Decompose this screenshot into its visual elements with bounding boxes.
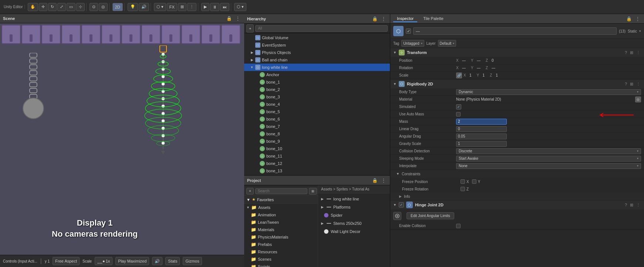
- 2d-mode-btn[interactable]: 2D: [112, 3, 123, 11]
- hier-item-bone1[interactable]: ○ bone_1: [244, 78, 390, 86]
- services-btn[interactable]: ⬡ ▾: [234, 3, 246, 11]
- proj-tree-assets[interactable]: ▼ 📁 Assets: [244, 204, 318, 211]
- edit-joint-btn[interactable]: Edit Joint Angular Limits: [407, 212, 454, 219]
- pause-btn[interactable]: ⏸: [210, 3, 219, 11]
- hinge-joint-header[interactable]: ▼ ✓ ⬡ Hinge Joint 2D ? ⊞ ⋮: [390, 200, 644, 209]
- hand-tool-btn[interactable]: ✋: [28, 3, 38, 11]
- render-mode-btn[interactable]: ⬡ ▾: [154, 3, 166, 11]
- scene-more-btn[interactable]: ⋮: [235, 16, 241, 21]
- hinge-enabled-checkbox[interactable]: ✓: [399, 202, 404, 207]
- gravity-scale-input[interactable]: [456, 141, 507, 147]
- gizmos-btn[interactable]: Gizmos: [183, 257, 202, 265]
- step-btn[interactable]: ⏭: [220, 3, 229, 11]
- hier-item-bone2[interactable]: ○ bone_2: [244, 86, 390, 93]
- move-tool-btn[interactable]: ✛: [39, 3, 47, 11]
- hierarchy-search-input[interactable]: [255, 25, 388, 32]
- freeze-pos-y-checkbox[interactable]: [472, 179, 476, 184]
- light-btn[interactable]: 💡: [128, 3, 138, 11]
- hier-item-bone6[interactable]: ○ bone_6: [244, 115, 390, 123]
- rigidbody2d-preset-btn[interactable]: ⊞: [629, 82, 634, 87]
- project-add-btn[interactable]: +: [246, 188, 254, 195]
- rotate-tool-btn[interactable]: ↻: [48, 3, 57, 11]
- hier-item-bone3[interactable]: ○ bone_3: [244, 93, 390, 101]
- freeze-rot-z-checkbox[interactable]: [461, 187, 465, 191]
- center-pivot-btn[interactable]: ⊙: [90, 3, 98, 11]
- proj-tree-prefabs[interactable]: 📁 Prefabs: [244, 241, 318, 248]
- transform-tool-btn[interactable]: ⊹: [76, 3, 85, 11]
- transform-header[interactable]: ▼ ⊹ Transform ? ⊞ ⋮: [390, 48, 644, 57]
- proj-file-platforms[interactable]: ▶ Platforms: [318, 203, 390, 211]
- angular-drag-input[interactable]: [456, 134, 507, 139]
- hier-item-bone5[interactable]: ○ bone_5: [244, 108, 390, 115]
- tag-dropdown[interactable]: Untagged ▾: [401, 40, 424, 47]
- proj-tree-scenes[interactable]: 📁 Scenes: [244, 256, 318, 263]
- proj-file-spider[interactable]: Spider: [318, 211, 390, 219]
- hier-item-eventsystem[interactable]: □ EventSystem: [244, 41, 390, 49]
- hier-item-bone8[interactable]: ○ bone_8: [244, 130, 390, 138]
- stats-btn[interactable]: Stats: [165, 257, 180, 265]
- proj-file-stems[interactable]: ▶ Stems 250x250: [318, 219, 390, 227]
- hier-item-ball[interactable]: ▶ □ Ball and chain: [244, 56, 390, 64]
- use-auto-mass-checkbox[interactable]: [456, 112, 461, 116]
- object-name-input[interactable]: [413, 27, 617, 35]
- project-lock-btn[interactable]: 🔒: [371, 178, 379, 183]
- hier-item-bone10[interactable]: ○ bone_10: [244, 145, 390, 152]
- mass-input[interactable]: [456, 119, 507, 125]
- object-enabled-checkbox[interactable]: ✓: [406, 28, 411, 34]
- hier-item-bone11[interactable]: ○ bone_11: [244, 152, 390, 160]
- grid-btn[interactable]: ⊞: [178, 3, 186, 11]
- hinge-help-btn[interactable]: ?: [624, 203, 628, 207]
- transform-preset-btn[interactable]: ⊞: [629, 50, 634, 55]
- fx-btn[interactable]: FX: [167, 3, 177, 11]
- scale-slider[interactable]: ⎯⎯● 1x: [95, 257, 112, 265]
- layer-dropdown[interactable]: Default ▾: [438, 40, 456, 47]
- more-btn[interactable]: ⋮: [187, 3, 196, 11]
- scale-tool-btn[interactable]: ⤢: [57, 3, 66, 11]
- tile-palette-tab[interactable]: Tile Palette: [419, 16, 447, 22]
- hier-item-bone7[interactable]: ○ bone_7: [244, 123, 390, 130]
- constraints-header[interactable]: ▼ Constraints: [390, 170, 644, 178]
- material-select-btn[interactable]: ◎: [635, 97, 641, 102]
- simulated-checkbox[interactable]: ✓: [456, 104, 461, 109]
- rigidbody2d-more-btn[interactable]: ⋮: [635, 82, 641, 87]
- proj-tree-resources[interactable]: 📁 Resources: [244, 248, 318, 256]
- hinge-more-btn[interactable]: ⋮: [635, 203, 641, 207]
- transform-more-btn[interactable]: ⋮: [635, 50, 641, 55]
- rect-tool-btn[interactable]: ▭: [67, 3, 75, 11]
- transform-help-btn[interactable]: ?: [624, 50, 628, 55]
- hierarchy-add-btn[interactable]: +: [246, 24, 254, 33]
- proj-file-walllight[interactable]: Wall Light Decor: [318, 227, 390, 236]
- hinge-preset-btn[interactable]: ⊞: [629, 203, 634, 207]
- hier-item-longwhiteline[interactable]: ▼ □ long white line: [244, 64, 390, 71]
- info-section[interactable]: ▶ Info: [390, 193, 644, 200]
- hierarchy-lock-btn[interactable]: 🔒: [371, 16, 379, 22]
- rigidbody2d-header[interactable]: ▼ ⬡ Rigidbody 2D ? ⊞ ⋮: [390, 80, 644, 88]
- project-more-btn[interactable]: ⋮: [380, 178, 387, 183]
- aspect-dropdown[interactable]: Free Aspect: [53, 257, 80, 265]
- hier-item-global-volume[interactable]: □ Global Volume: [244, 34, 390, 41]
- hier-item-physics[interactable]: ▶ □ Physics Objects: [244, 49, 390, 56]
- collision-detection-dropdown[interactable]: Discrete ▾: [456, 148, 641, 154]
- proj-tree-leantween[interactable]: 📁 LeanTween: [244, 219, 318, 226]
- scene-tab[interactable]: Scene: [3, 16, 15, 21]
- rigidbody2d-help-btn[interactable]: ?: [624, 82, 628, 87]
- audio-btn[interactable]: 🔊: [139, 3, 149, 11]
- play-btn[interactable]: ▶: [201, 3, 209, 11]
- proj-tree-physicsmaterials[interactable]: 📁 PhysicsMaterials: [244, 233, 318, 241]
- scale-link-btn[interactable]: 🔗: [456, 72, 462, 78]
- interpolate-dropdown[interactable]: None ▾: [456, 163, 641, 169]
- linear-drag-input[interactable]: [456, 126, 507, 132]
- scene-lock-btn[interactable]: 🔒: [225, 16, 233, 21]
- body-type-dropdown[interactable]: Dynamic ▾: [456, 89, 641, 95]
- inspector-lock-btn[interactable]: 🔒: [625, 16, 633, 22]
- proj-tree-materials[interactable]: 📁 Materials: [244, 226, 318, 233]
- proj-file-longwhiteline[interactable]: ▶ long white line: [318, 195, 390, 203]
- freeze-pos-x-checkbox[interactable]: [461, 179, 465, 184]
- sleeping-mode-dropdown[interactable]: Start Awake ▾: [456, 156, 641, 162]
- local-global-btn[interactable]: ◎: [99, 3, 108, 11]
- hier-item-anchor[interactable]: ○ Anchor: [244, 71, 390, 78]
- proj-search-filter-btn[interactable]: ⊞: [309, 188, 317, 195]
- scene-canvas[interactable]: Display 1 No cameras rendering: [0, 23, 244, 255]
- hierarchy-more-btn[interactable]: ⋮: [380, 16, 387, 22]
- hier-item-bone13[interactable]: ○ bone_13: [244, 167, 390, 175]
